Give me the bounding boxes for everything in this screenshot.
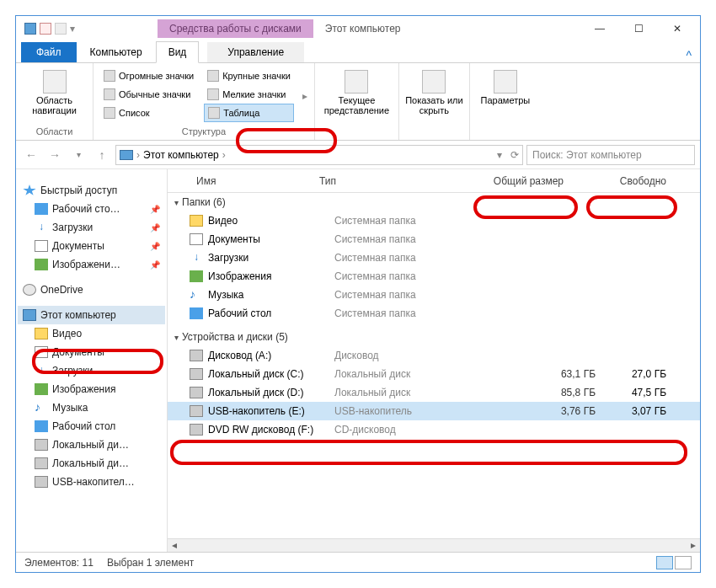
tree-desktop[interactable]: Рабочий стол xyxy=(18,417,165,436)
list-item[interactable]: ВидеоСистемная папка xyxy=(168,211,700,230)
tree-downloads[interactable]: ↓Загрузки📌 xyxy=(18,218,165,237)
group-drives-header[interactable]: ▾Устройства и диски (5) xyxy=(168,328,700,346)
tree-music[interactable]: ♪Музыка xyxy=(18,398,165,417)
current-view-button[interactable]: Текущее представление xyxy=(318,67,394,115)
ribbon-group-showhide: Показать или скрыть xyxy=(399,63,470,140)
layout-icon xyxy=(104,70,115,82)
list-item[interactable]: Дисковод (A:)Дисковод xyxy=(168,346,700,365)
item-name: Локальный диск (C:) xyxy=(208,368,334,380)
scroll-left-icon[interactable]: ◂ xyxy=(168,539,181,552)
list-item[interactable]: ↓ЗагрузкиСистемная папка xyxy=(168,249,700,267)
list-item[interactable]: ДокументыСистемная папка xyxy=(168,230,700,249)
breadcrumb-this-pc[interactable]: Этот компьютер xyxy=(143,149,219,161)
list-item[interactable]: Локальный диск (C:)Локальный диск63,1 ГБ… xyxy=(168,365,700,383)
view-tab[interactable]: Вид xyxy=(156,41,200,63)
qat-dropdown-icon[interactable]: ▾ xyxy=(70,23,82,35)
folder-icon: ♪ xyxy=(190,289,203,301)
item-type: Системная папка xyxy=(334,289,478,301)
pictures-icon xyxy=(35,383,48,395)
view-details[interactable]: Таблица xyxy=(204,104,294,122)
tree-quick-access[interactable]: Быстрый доступ xyxy=(18,181,165,200)
minimize-button[interactable]: — xyxy=(580,17,619,40)
contextual-tab: Средства работы с дисками xyxy=(158,19,313,38)
document-icon xyxy=(35,346,48,358)
drive-icon xyxy=(190,350,203,361)
show-hide-button[interactable]: Показать или скрыть xyxy=(403,67,464,115)
tree-documents[interactable]: Документы📌 xyxy=(18,237,165,255)
view-details-button[interactable] xyxy=(656,556,673,569)
refresh-icon[interactable]: ⟳ xyxy=(510,149,519,161)
drive-icon xyxy=(190,405,203,417)
item-name: Музыка xyxy=(208,289,334,301)
close-button[interactable]: ✕ xyxy=(658,17,697,40)
list-item[interactable]: Локальный диск (D:)Локальный диск85,8 ГБ… xyxy=(168,383,700,402)
address-bar[interactable]: › Этот компьютер › ▾ ⟳ xyxy=(115,145,523,165)
tree-downloads[interactable]: ↓Загрузки xyxy=(18,361,165,380)
list-item[interactable]: ИзображенияСистемная папка xyxy=(168,267,700,286)
collapse-ribbon-icon[interactable]: ^ xyxy=(686,49,692,62)
up-button[interactable]: ↑ xyxy=(92,145,112,165)
computer-tab[interactable]: Компьютер xyxy=(78,42,154,62)
qat-item-icon[interactable] xyxy=(55,23,67,35)
address-dropdown-icon[interactable]: ▾ xyxy=(497,149,502,161)
tree-onedrive[interactable]: OneDrive xyxy=(18,281,165,299)
forward-button[interactable]: → xyxy=(45,145,65,165)
view-huge-icons[interactable]: Огромные значки xyxy=(100,67,197,85)
column-free[interactable]: Свободно xyxy=(572,175,700,187)
tree-documents[interactable]: Документы xyxy=(18,343,165,361)
navigation-pane-button[interactable]: Область навигации xyxy=(24,67,85,115)
layout-icon xyxy=(207,70,219,82)
current-view-label: Текущее представление xyxy=(318,95,394,115)
horizontal-scrollbar[interactable]: ◂ ▸ xyxy=(168,538,700,552)
list-item[interactable]: DVD RW дисковод (F:)CD-дисковод xyxy=(168,420,700,439)
options-button[interactable]: Параметры xyxy=(475,67,536,105)
view-list[interactable]: Список xyxy=(100,104,197,122)
tree-local-c[interactable]: Локальный ди… xyxy=(18,436,165,454)
list-item[interactable]: ♪МузыкаСистемная папка xyxy=(168,286,700,304)
view-medium-icons[interactable]: Обычные значки xyxy=(100,85,197,104)
column-total-size[interactable]: Общий размер xyxy=(454,175,572,187)
item-type: Системная папка xyxy=(334,233,478,245)
scroll-right-icon[interactable]: ▸ xyxy=(687,539,700,552)
qat-item-icon[interactable] xyxy=(40,23,51,35)
title-bar: ▾ Средства работы с дисками Этот компьют… xyxy=(16,16,700,41)
item-type: Системная папка xyxy=(334,270,478,282)
layout-icon xyxy=(104,107,115,119)
pin-icon: 📌 xyxy=(150,205,160,214)
item-type: Локальный диск xyxy=(334,387,478,398)
view-tiles-button[interactable] xyxy=(675,556,692,569)
search-input[interactable]: Поиск: Этот компьютер xyxy=(526,145,695,165)
group-folders-header[interactable]: ▾Папки (6) xyxy=(168,193,700,211)
history-dropdown[interactable]: ▾ xyxy=(68,145,88,165)
file-list[interactable]: ▾Папки (6) ВидеоСистемная папкаДокументы… xyxy=(168,193,700,552)
chevron-down-icon: ▾ xyxy=(174,198,179,207)
navigation-tree[interactable]: Быстрый доступ Рабочий сто…📌 ↓Загрузки📌 … xyxy=(16,169,168,552)
tree-desktop[interactable]: Рабочий сто…📌 xyxy=(18,200,165,218)
tree-local-d[interactable]: Локальный ди… xyxy=(18,454,165,473)
list-item[interactable]: USB-накопитель (E:)USB-накопитель3,76 ГБ… xyxy=(168,402,700,420)
item-name: Изображения xyxy=(208,270,334,282)
tree-this-pc[interactable]: Этот компьютер xyxy=(18,306,165,324)
view-large-icons[interactable]: Крупные значки xyxy=(204,67,294,85)
view-small-icons[interactable]: Мелкие значки xyxy=(204,85,294,104)
tree-pictures[interactable]: Изображени…📌 xyxy=(18,255,165,274)
list-item[interactable]: Рабочий столСистемная папка xyxy=(168,304,700,323)
drive-icon xyxy=(35,457,48,469)
file-tab[interactable]: Файл xyxy=(21,42,77,62)
quick-access-toolbar: ▾ xyxy=(19,23,82,35)
manage-tab[interactable]: Управление xyxy=(207,42,304,62)
current-view-icon xyxy=(345,70,368,94)
ribbon-group-areas: Область навигации Области xyxy=(16,63,94,140)
tree-pictures[interactable]: Изображения xyxy=(18,380,165,398)
star-icon xyxy=(23,184,36,196)
ribbon-group-options: Параметры xyxy=(470,63,541,140)
back-button[interactable]: ← xyxy=(21,145,41,165)
maximize-button[interactable]: ☐ xyxy=(619,17,658,40)
column-type[interactable]: Тип xyxy=(311,175,454,187)
column-name[interactable]: Имя xyxy=(168,175,311,187)
item-free: 27,0 ГБ xyxy=(596,368,700,380)
status-item-count: Элементов: 11 xyxy=(24,557,94,569)
layout-more-icon[interactable]: ▸ xyxy=(302,90,307,102)
tree-usb[interactable]: USB-накопител… xyxy=(18,473,165,491)
tree-videos[interactable]: Видео xyxy=(18,324,165,343)
